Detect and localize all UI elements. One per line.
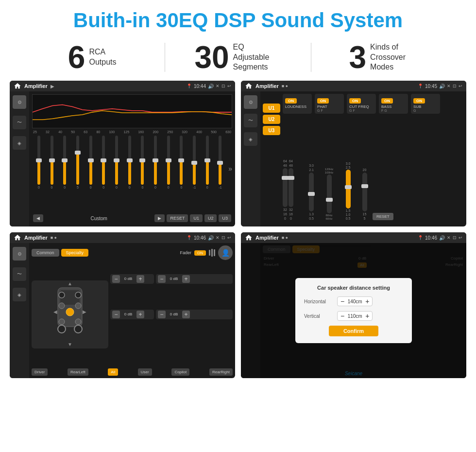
sub-on-btn[interactable]: ON	[413, 98, 425, 104]
screen2-main: U1 U2 U3 ON LOUDNESS ON PHAT G F	[260, 91, 466, 226]
profile-icon-3[interactable]: 👤	[218, 245, 233, 260]
ch-u1-btn[interactable]: U1	[263, 104, 280, 113]
loudness-slider-1[interactable]	[283, 168, 288, 207]
rca-label: RCAOutputs	[89, 47, 116, 68]
sidebar-icon-s3-1[interactable]: ⚙	[13, 247, 26, 261]
all-btn-3[interactable]: All	[108, 368, 118, 376]
bass-module: ON BASS F G	[379, 94, 408, 114]
back-icon-3: ↩	[227, 235, 231, 240]
driver-btn-3[interactable]: Driver	[32, 368, 48, 376]
u3-btn-1[interactable]: U3	[219, 214, 231, 222]
phat-on-btn[interactable]: ON	[317, 98, 329, 104]
vertical-minus-btn[interactable]: −	[340, 313, 344, 319]
eq-slider-1[interactable]: 0	[46, 136, 58, 189]
db-minus-ml[interactable]: −	[112, 311, 120, 318]
bass-on-btn[interactable]: ON	[381, 98, 393, 104]
home-icon-1[interactable]	[14, 82, 21, 90]
sidebar-speaker-icon[interactable]: ◈	[13, 136, 26, 150]
stats-row: 6 RCAOutputs 30 EQ AdjustableSegments 3 …	[0, 37, 476, 81]
eq-slider-3[interactable]: 5	[72, 136, 84, 189]
eq-slider-14[interactable]: -1	[215, 136, 226, 189]
db-minus-tr[interactable]: −	[158, 275, 166, 283]
screenshots-grid: Amplifier ▶ 📍 10:44 🔊 ✕ ⊡ ↩ ⚙ 〜 ◈	[0, 81, 476, 383]
sidebar-icon-s2-1[interactable]: ⚙	[244, 95, 257, 109]
specialty-tab-3[interactable]: Specialty	[61, 249, 89, 257]
rearright-btn-3[interactable]: RearRight	[209, 368, 233, 376]
ch-u3-btn[interactable]: U3	[263, 126, 280, 135]
fader-on-btn-3[interactable]: ON	[194, 250, 206, 256]
eq-slider-10[interactable]: 0	[163, 136, 174, 189]
channels-detail: ON LOUDNESS ON PHAT G F ON CUT FREQ G F	[283, 94, 464, 224]
loudness-on-btn[interactable]: ON	[285, 98, 297, 104]
cutfreq-label: CUT FREQ	[349, 104, 374, 109]
home-icon-3[interactable]	[14, 234, 21, 242]
vertical-plus-btn[interactable]: +	[365, 313, 369, 319]
next-btn[interactable]: ▶	[154, 214, 165, 222]
svg-text:◀: ◀	[53, 309, 57, 314]
db-control-tl: − 0 dB +	[110, 274, 154, 284]
screen4-bg: Common Specialty Driver 0 dB Copilot Rea…	[241, 243, 466, 378]
reset-btn-1[interactable]: RESET	[167, 214, 188, 222]
reset-btn-2[interactable]: RESET	[373, 213, 393, 220]
home-icon-4[interactable]	[245, 234, 253, 242]
prev-btn[interactable]: ◀	[33, 214, 43, 222]
sidebar-icon-s2-2[interactable]: 〜	[244, 114, 257, 127]
cutfreq-on-btn[interactable]: ON	[349, 98, 361, 104]
screen1-sidebar: ⚙ 〜 ◈	[10, 91, 29, 226]
bass-slider[interactable]	[346, 170, 351, 209]
eq-slider-5[interactable]: 0	[98, 136, 109, 189]
db-minus-tl[interactable]: −	[112, 275, 120, 283]
ch-u2-btn[interactable]: U2	[263, 115, 280, 124]
eq-slider-6[interactable]: 0	[111, 136, 122, 189]
user-btn-3[interactable]: User	[138, 368, 152, 376]
confirm-btn[interactable]: Confirm	[329, 326, 378, 336]
loudness-module: ON LOUDNESS	[283, 94, 312, 114]
sidebar-icon-s2-3[interactable]: ◈	[244, 132, 257, 146]
rec-dot-2: ■ ●	[282, 84, 288, 88]
svg-point-2	[58, 325, 66, 333]
eq-slider-2[interactable]: 0	[59, 136, 70, 189]
u2-btn-1[interactable]: U2	[204, 214, 217, 222]
eq-slider-12[interactable]: -1	[188, 136, 200, 189]
eq-slider-13[interactable]: 0	[202, 136, 213, 189]
rearleft-btn-3[interactable]: RearLeft	[68, 368, 88, 376]
sidebar-icon-s3-3[interactable]: ◈	[13, 288, 26, 301]
eq-slider-11[interactable]: 0	[176, 136, 187, 189]
status-right-3: 📍 10:46 🔊 ✕ ⊡ ↩	[187, 235, 231, 241]
eq-slider-9[interactable]: 0	[150, 136, 161, 189]
horizontal-plus-btn[interactable]: +	[365, 298, 369, 305]
location-icon-3: 📍	[187, 235, 192, 240]
page-title: Buith-in 30EQ DSP Sound System	[0, 9, 476, 32]
back-icon-4: ↩	[459, 235, 462, 240]
horizontal-minus-btn[interactable]: −	[340, 298, 344, 305]
home-icon-2[interactable]	[245, 82, 253, 90]
back-icon-1: ↩	[227, 84, 231, 88]
sidebar-icon-s3-2[interactable]: 〜	[13, 267, 26, 281]
cutfreq-module: ON CUT FREQ G F	[347, 94, 376, 114]
eq-slider-0[interactable]: 0	[33, 136, 45, 189]
phat-slider[interactable]	[309, 173, 314, 211]
eq-slider-8[interactable]: 0	[137, 136, 149, 189]
tab-row-3: Common Specialty	[32, 249, 88, 257]
db-minus-mr[interactable]: −	[158, 311, 166, 318]
db-plus-mr[interactable]: +	[182, 311, 190, 318]
stat-rca: 6 RCAOutputs	[19, 42, 165, 73]
u1-btn-1[interactable]: U1	[190, 214, 203, 222]
db-plus-ml[interactable]: +	[136, 311, 144, 318]
sub-module: ON SUB G	[411, 94, 440, 114]
db-plus-tl[interactable]: +	[136, 275, 144, 283]
close-icon-4: ✕	[447, 235, 451, 240]
cutfreq-slider[interactable]	[327, 174, 332, 213]
eq-slider-7[interactable]: 0	[124, 136, 136, 189]
sidebar-eq-icon[interactable]: ⚙	[13, 95, 26, 109]
svg-point-5	[75, 292, 81, 298]
loudness-slider-2[interactable]	[289, 168, 293, 207]
expand-arrows[interactable]: »	[228, 136, 232, 211]
eq-slider-4[interactable]: 0	[85, 136, 97, 189]
copilot-btn-3[interactable]: Copilot	[171, 368, 189, 376]
common-tab-3[interactable]: Common	[32, 249, 59, 257]
sidebar-wave-icon[interactable]: 〜	[13, 116, 26, 129]
sub-slider[interactable]	[362, 173, 367, 211]
db-plus-tr[interactable]: +	[182, 275, 190, 283]
stat-crossover: 3 Kinds ofCrossover Modes	[311, 42, 457, 73]
